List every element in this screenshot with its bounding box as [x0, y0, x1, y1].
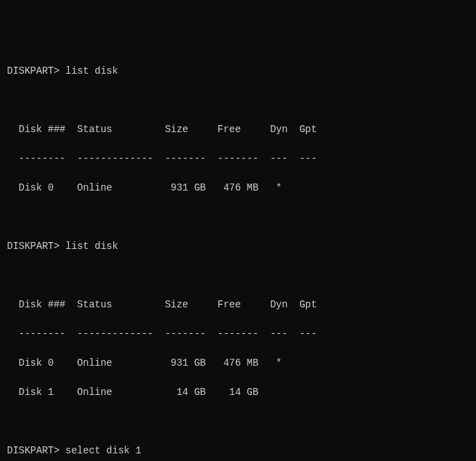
col-disk: Disk ###: [19, 299, 65, 310]
table-row: Disk 0 Online 931 GB 476 MB *: [7, 181, 469, 195]
cell-disk: Disk 1: [19, 387, 54, 398]
cell-free: 476 MB: [223, 182, 258, 193]
table-header: Disk ### Status Size Free Dyn Gpt: [7, 298, 469, 312]
cell-status: Online: [77, 182, 112, 193]
cell-dyn: *: [276, 182, 282, 193]
prompt: DISKPART>: [7, 241, 60, 252]
table-divider: -------- ------------- ------- ------- -…: [7, 327, 469, 341]
prompt: DISKPART>: [7, 65, 60, 76]
div-gpt: ---: [299, 153, 317, 164]
cell-disk: Disk 0: [19, 357, 54, 369]
div-disk: --------: [19, 328, 65, 339]
col-free: Free: [218, 124, 241, 135]
col-dyn: Dyn: [270, 124, 287, 135]
cell-size: 931 GB: [170, 357, 205, 369]
div-free: -------: [218, 153, 259, 164]
blank-line: [7, 93, 469, 108]
col-disk: Disk ###: [19, 124, 65, 135]
blank-line: [7, 210, 469, 225]
div-disk: --------: [19, 153, 65, 164]
cell-disk: Disk 0: [19, 182, 54, 193]
div-size: -------: [165, 328, 206, 339]
col-size: Size: [165, 124, 189, 135]
command-line: DISKPART> list disk: [7, 64, 469, 79]
col-status: Status: [77, 124, 112, 135]
div-gpt: ---: [299, 328, 317, 339]
col-dyn: Dyn: [270, 299, 287, 310]
blank-line: [7, 268, 469, 283]
cell-status: Online: [77, 387, 112, 398]
div-size: -------: [165, 153, 206, 164]
cell-size: 14 GB: [177, 387, 206, 398]
cell-free: 476 MB: [223, 357, 258, 369]
table-row: Disk 0 Online 931 GB 476 MB *: [7, 356, 469, 371]
div-dyn: ---: [270, 328, 287, 339]
col-gpt: Gpt: [299, 299, 317, 310]
table-header: Disk ### Status Size Free Dyn Gpt: [7, 122, 469, 137]
div-status: -------------: [77, 328, 153, 339]
div-dyn: ---: [270, 153, 287, 164]
cell-status: Online: [77, 357, 112, 369]
cell-size: 931 GB: [170, 182, 205, 193]
cell-free: 14 GB: [229, 387, 258, 398]
div-status: -------------: [77, 153, 153, 164]
command-line: DISKPART> list disk: [7, 239, 469, 254]
col-gpt: Gpt: [299, 124, 317, 135]
command-text: list disk: [65, 241, 118, 252]
col-free: Free: [218, 299, 241, 310]
prompt: DISKPART>: [7, 445, 60, 456]
blank-line: [7, 414, 469, 429]
command-text: list disk: [65, 65, 118, 76]
col-size: Size: [165, 299, 189, 310]
table-divider: -------- ------------- ------- ------- -…: [7, 152, 469, 166]
command-text: select disk 1: [65, 445, 141, 456]
command-line: DISKPART> select disk 1: [7, 444, 469, 458]
cell-dyn: *: [276, 357, 282, 369]
table-row: Disk 1 Online 14 GB 14 GB: [7, 385, 469, 400]
col-status: Status: [77, 299, 112, 310]
div-free: -------: [218, 328, 259, 339]
